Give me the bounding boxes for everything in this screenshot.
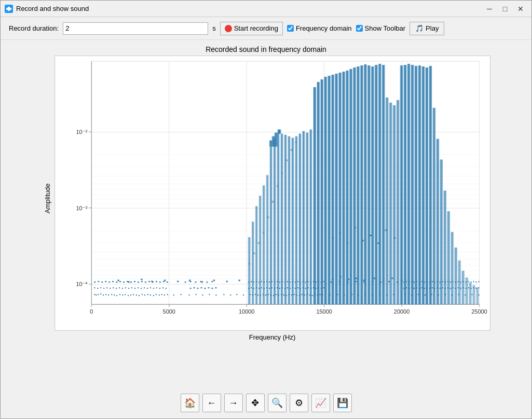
svg-rect-400 xyxy=(476,287,479,304)
svg-rect-302 xyxy=(431,281,432,282)
svg-rect-388 xyxy=(432,108,435,305)
svg-rect-160 xyxy=(208,287,209,288)
svg-rect-51 xyxy=(119,294,120,295)
svg-rect-372 xyxy=(375,65,377,304)
svg-rect-41 xyxy=(94,294,95,295)
save-button[interactable]: 💾 xyxy=(333,394,352,412)
svg-rect-385 xyxy=(421,66,424,304)
window-title: Record and show sound xyxy=(16,5,89,12)
maximize-button[interactable]: □ xyxy=(498,3,512,15)
back-button[interactable]: ← xyxy=(202,394,221,412)
forward-button[interactable]: → xyxy=(224,394,243,412)
svg-rect-197 xyxy=(413,288,414,289)
svg-rect-434 xyxy=(346,242,348,244)
svg-rect-75 xyxy=(215,294,216,295)
svg-rect-68 xyxy=(167,294,168,295)
svg-rect-144 xyxy=(134,288,135,289)
svg-rect-339 xyxy=(255,206,257,304)
svg-rect-346 xyxy=(280,133,282,304)
svg-rect-361 xyxy=(335,74,337,304)
close-button[interactable]: ✕ xyxy=(514,3,527,15)
svg-rect-374 xyxy=(382,65,385,304)
svg-rect-341 xyxy=(263,185,265,304)
svg-rect-65 xyxy=(158,294,159,295)
svg-rect-107 xyxy=(319,294,320,295)
svg-rect-240 xyxy=(148,281,149,282)
svg-text:5000: 5000 xyxy=(162,308,175,315)
svg-rect-402 xyxy=(253,253,255,254)
svg-rect-139 xyxy=(119,287,120,288)
svg-rect-440 xyxy=(394,237,395,239)
svg-rect-318 xyxy=(473,281,474,282)
zoom-button[interactable]: 🔍 xyxy=(268,394,287,412)
svg-rect-66 xyxy=(161,294,162,295)
show-toolbar-checkbox[interactable] xyxy=(356,25,363,32)
svg-rect-148 xyxy=(146,288,147,289)
svg-rect-348 xyxy=(288,136,290,304)
svg-rect-344 xyxy=(273,139,275,304)
svg-rect-356 xyxy=(317,82,319,304)
svg-rect-53 xyxy=(125,294,126,295)
record-duration-input[interactable] xyxy=(63,22,208,35)
frequency-domain-checkbox[interactable] xyxy=(287,25,294,32)
svg-rect-390 xyxy=(440,159,442,304)
home-button[interactable]: 🏠 xyxy=(181,394,199,412)
svg-rect-141 xyxy=(125,287,126,288)
svg-rect-368 xyxy=(360,65,363,304)
svg-rect-363 xyxy=(342,72,345,304)
svg-rect-76 xyxy=(223,294,224,295)
svg-rect-376 xyxy=(389,103,392,305)
svg-rect-320 xyxy=(478,281,479,282)
play-button[interactable]: 🎵 Play xyxy=(410,22,444,35)
start-recording-button[interactable]: Start recording xyxy=(220,22,283,35)
svg-rect-60 xyxy=(144,294,145,295)
svg-text:10⁻⁴: 10⁻⁴ xyxy=(76,281,88,287)
svg-rect-122 xyxy=(424,294,425,295)
svg-rect-56 xyxy=(133,294,134,295)
svg-rect-366 xyxy=(353,67,356,304)
svg-rect-375 xyxy=(386,98,388,304)
svg-rect-354 xyxy=(309,129,311,304)
svg-rect-204 xyxy=(431,287,432,288)
frequency-domain-label: Frequency domain xyxy=(296,24,352,32)
svg-rect-134 xyxy=(103,288,104,289)
svg-rect-360 xyxy=(331,75,334,304)
svg-rect-147 xyxy=(143,287,144,288)
svg-rect-138 xyxy=(116,288,117,289)
svg-rect-45 xyxy=(103,294,104,295)
svg-rect-159 xyxy=(204,288,206,289)
svg-rect-413 xyxy=(128,281,129,282)
svg-rect-392 xyxy=(447,211,449,304)
svg-rect-441 xyxy=(269,140,272,146)
svg-rect-69 xyxy=(173,294,174,295)
svg-rect-369 xyxy=(364,64,366,304)
svg-rect-416 xyxy=(163,279,165,281)
axis-button[interactable]: 📈 xyxy=(311,394,330,412)
svg-rect-435 xyxy=(354,227,356,228)
svg-rect-48 xyxy=(111,294,112,295)
svg-rect-77 xyxy=(230,294,231,295)
svg-rect-238 xyxy=(141,281,142,282)
settings-button[interactable]: ⚙ xyxy=(290,394,308,412)
svg-rect-151 xyxy=(156,287,157,288)
svg-rect-79 xyxy=(243,294,244,295)
svg-rect-309 xyxy=(449,281,451,282)
svg-rect-427 xyxy=(363,279,364,281)
svg-rect-158 xyxy=(200,287,202,288)
svg-rect-399 xyxy=(472,285,475,304)
svg-rect-433 xyxy=(338,232,340,234)
svg-rect-389 xyxy=(436,139,439,304)
svg-rect-164 xyxy=(251,287,252,288)
svg-rect-237 xyxy=(137,281,139,282)
minimize-button[interactable]: ─ xyxy=(483,3,496,15)
svg-rect-137 xyxy=(113,287,114,288)
svg-text:10⁻³: 10⁻³ xyxy=(76,205,87,211)
svg-rect-245 xyxy=(166,281,168,282)
content-area: Recorded sound in frequency domain Ampli… xyxy=(1,40,531,387)
svg-rect-47 xyxy=(108,294,109,295)
svg-rect-355 xyxy=(313,87,316,304)
move-button[interactable]: ✥ xyxy=(246,394,265,412)
svg-rect-393 xyxy=(451,232,453,304)
svg-rect-398 xyxy=(469,282,471,304)
play-emoji: 🎵 xyxy=(415,24,424,32)
